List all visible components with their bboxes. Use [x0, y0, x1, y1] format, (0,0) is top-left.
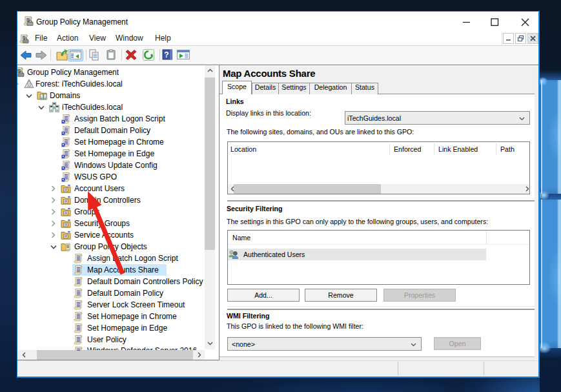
svg-text:?: ?	[164, 50, 168, 59]
